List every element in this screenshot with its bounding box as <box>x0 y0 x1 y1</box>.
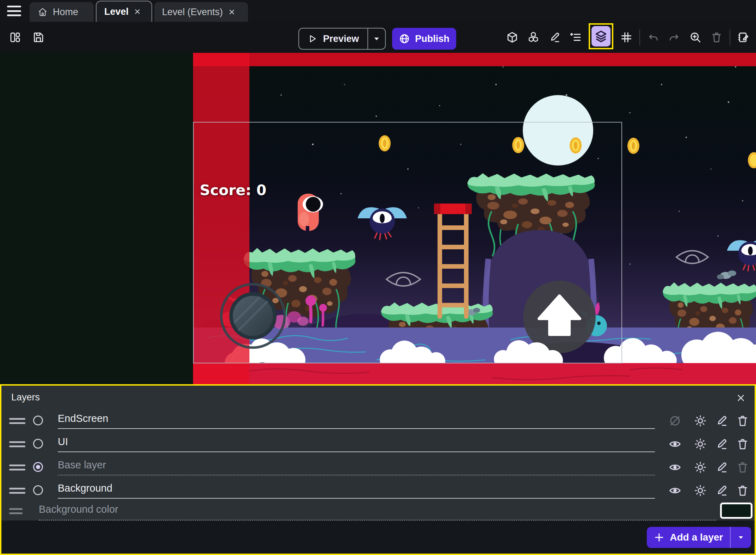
layers-panel: Layers EndScreen UI <box>0 384 756 555</box>
panel-footer <box>1 520 755 554</box>
moon[interactable] <box>523 95 593 166</box>
objects-panel-icon[interactable] <box>504 29 520 45</box>
tab-level-events[interactable]: Level (Events) <box>154 2 248 22</box>
undo-icon[interactable] <box>645 29 661 45</box>
tab-events-label: Level (Events) <box>162 7 223 18</box>
tab-level-active[interactable]: Level <box>96 1 152 22</box>
publish-button[interactable]: Publish <box>392 28 456 50</box>
layer-select-radio-checked[interactable] <box>33 462 43 472</box>
layer-rename-pencil-icon[interactable] <box>713 482 730 499</box>
layer-name-input[interactable]: UI <box>58 436 655 452</box>
close-tab-icon[interactable] <box>134 8 141 15</box>
layer-lighting-icon[interactable] <box>692 482 709 499</box>
zoom-in-icon[interactable] <box>687 29 704 45</box>
add-layer-button[interactable]: Add a layer <box>647 527 751 548</box>
background-color-swatch[interactable] <box>720 503 752 519</box>
tab-home[interactable]: Home <box>30 2 94 22</box>
panels-layout-icon[interactable] <box>7 29 23 45</box>
play-icon <box>308 34 317 44</box>
layer-name-input[interactable]: EndScreen <box>58 413 655 429</box>
layer-name-input[interactable]: Background <box>58 482 655 499</box>
jump-button[interactable] <box>523 281 596 353</box>
drag-handle-icon[interactable] <box>9 485 26 496</box>
layer-select-radio[interactable] <box>33 485 43 495</box>
layers-panel-icon[interactable] <box>591 26 611 46</box>
game-scene[interactable] <box>193 53 756 384</box>
eye-icon[interactable] <box>667 482 683 499</box>
home-icon <box>37 7 48 17</box>
layer-select-radio[interactable] <box>33 439 43 449</box>
close-panel-icon[interactable] <box>735 392 747 404</box>
preview-button[interactable]: Preview <box>298 28 386 50</box>
grid-icon[interactable] <box>618 29 634 45</box>
publish-label: Publish <box>415 33 450 44</box>
layer-delete-trash-icon-disabled <box>734 459 751 476</box>
drag-handle-icon[interactable] <box>9 416 26 426</box>
tab-level-label: Level <box>104 6 129 17</box>
layer-rename-pencil-icon[interactable] <box>713 436 730 453</box>
save-icon[interactable] <box>30 29 47 45</box>
drag-handle-icon <box>9 506 26 517</box>
background-color-row: Background color <box>1 501 755 520</box>
app-window: Home Level Level (Events) <box>0 0 756 555</box>
globe-icon <box>399 33 410 44</box>
layer-rename-pencil-icon[interactable] <box>713 459 730 476</box>
layer-delete-trash-icon[interactable] <box>734 436 751 453</box>
delete-icon[interactable] <box>708 29 725 45</box>
add-layer-dropdown-button[interactable] <box>731 527 751 548</box>
tab-home-label: Home <box>53 7 78 18</box>
layer-row-base: Base layer <box>1 457 755 478</box>
layer-row-ui: UI <box>1 434 755 454</box>
eye-icon[interactable] <box>667 436 683 453</box>
eye-off-icon[interactable] <box>667 412 683 429</box>
layers-panel-title: Layers <box>11 392 40 403</box>
menu-icon[interactable] <box>6 5 22 17</box>
plus-icon <box>654 532 664 543</box>
scene-editor-canvas[interactable]: Score: 0 -160;282 <box>0 53 756 384</box>
tab-bar: Home Level Level (Events) <box>0 0 756 22</box>
close-tab-icon[interactable] <box>228 8 236 16</box>
layers-highlight-annotation <box>589 23 613 49</box>
layer-delete-trash-icon[interactable] <box>734 412 751 429</box>
layer-row-background: Background <box>1 480 755 501</box>
instances-list-icon[interactable] <box>568 29 584 45</box>
properties-pencil-icon[interactable] <box>546 29 563 45</box>
score-text-object[interactable]: Score: 0 <box>200 182 266 199</box>
virtual-joystick[interactable] <box>221 284 285 348</box>
layer-lighting-icon[interactable] <box>692 412 709 429</box>
eye-icon[interactable] <box>667 459 683 476</box>
preview-label: Preview <box>323 33 359 44</box>
instances-panel-icon[interactable] <box>525 29 541 45</box>
drag-handle-icon[interactable] <box>9 462 26 473</box>
edit-scene-icon[interactable] <box>735 29 751 45</box>
layer-lighting-icon[interactable] <box>692 436 709 453</box>
add-layer-label: Add a layer <box>670 532 723 543</box>
background-color-label: Background color <box>39 504 118 515</box>
layer-select-radio[interactable] <box>33 416 43 425</box>
preview-dropdown-button[interactable] <box>368 29 385 49</box>
layer-row-endscreen: EndScreen <box>1 411 755 431</box>
layer-delete-trash-icon[interactable] <box>734 482 751 499</box>
toolbar: Preview Publish <box>0 22 756 53</box>
layer-name-input[interactable]: Base layer <box>58 459 655 475</box>
drag-handle-icon[interactable] <box>9 439 26 450</box>
layer-rename-pencil-icon[interactable] <box>713 412 730 429</box>
layer-lighting-icon[interactable] <box>692 459 709 476</box>
redo-icon[interactable] <box>666 29 682 45</box>
